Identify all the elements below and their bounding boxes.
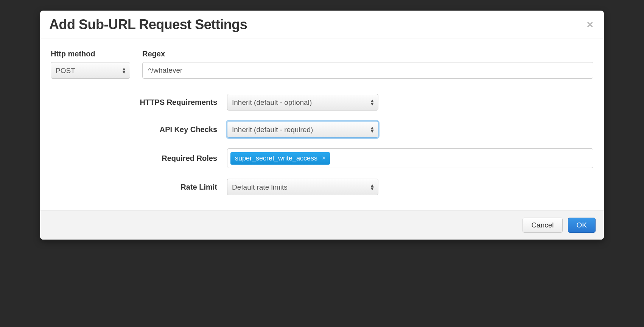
api-key-checks-label: API Key Checks [51, 125, 227, 134]
rate-limit-label: Rate Limit [51, 183, 227, 192]
close-icon: × [586, 18, 593, 31]
rate-limit-select[interactable]: Default rate limits [227, 179, 378, 195]
modal: Add Sub-URL Request Settings × Http meth… [40, 11, 604, 240]
http-method-label: Http method [51, 50, 130, 58]
required-roles-label: Required Roles [51, 154, 227, 163]
http-method-select[interactable]: POST [51, 62, 130, 79]
ok-button[interactable]: OK [568, 218, 596, 233]
role-tag: super_secret_write_access × [230, 152, 330, 165]
modal-header: Add Sub-URL Request Settings × [40, 11, 604, 39]
https-requirements-select[interactable]: Inherit (default - optional) [227, 94, 378, 111]
cancel-button[interactable]: Cancel [523, 218, 562, 233]
close-button[interactable]: × [585, 19, 595, 30]
modal-body: Http method POST ▲▼ Regex HTTPS Requirem… [40, 39, 604, 210]
api-key-checks-select[interactable]: Inherit (default - required) [227, 121, 378, 138]
required-roles-input[interactable]: super_secret_write_access × [227, 148, 593, 168]
role-tag-text: super_secret_write_access [235, 154, 317, 162]
remove-tag-icon[interactable]: × [321, 155, 326, 162]
modal-title: Add Sub-URL Request Settings [49, 17, 247, 33]
regex-label: Regex [142, 50, 593, 58]
https-requirements-label: HTTPS Requirements [51, 98, 227, 107]
regex-input[interactable] [142, 62, 593, 79]
modal-footer: Cancel OK [40, 210, 604, 240]
